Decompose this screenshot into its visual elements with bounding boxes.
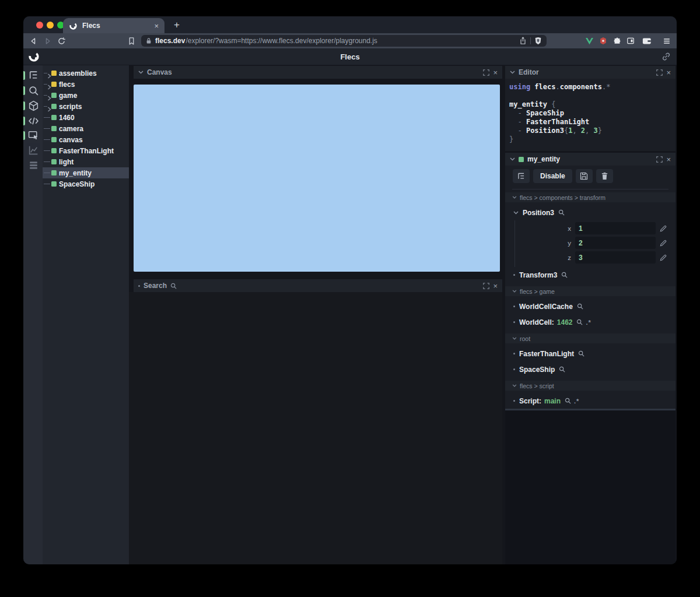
tree-item-SpaceShip[interactable]: SpaceShip xyxy=(43,178,129,189)
inspector-scrollbar[interactable] xyxy=(505,409,676,410)
tree-item-light[interactable]: light xyxy=(43,156,129,167)
share-icon[interactable] xyxy=(519,37,527,45)
activity-item-entities[interactable] xyxy=(23,99,43,113)
entity-tree-button[interactable] xyxy=(513,169,530,183)
close-icon[interactable]: × xyxy=(493,282,498,290)
bullet-icon xyxy=(513,353,515,354)
tree-item-1460[interactable]: 1460 xyxy=(43,112,129,123)
new-tab-button[interactable]: + xyxy=(170,19,183,31)
magnifier-icon[interactable] xyxy=(577,303,583,310)
app-content: assembliesflecsgamescripts1460cameracanv… xyxy=(23,65,677,564)
activity-item-search[interactable] xyxy=(23,84,43,98)
magnifier-icon[interactable] xyxy=(565,398,571,404)
browser-tab[interactable]: Flecs × xyxy=(63,18,164,33)
component-name: Script: xyxy=(519,397,541,405)
magnifier-icon[interactable] xyxy=(578,350,584,357)
activity-item-stats[interactable] xyxy=(23,143,43,157)
close-icon[interactable]: × xyxy=(666,69,671,76)
activity-item-tree[interactable] xyxy=(23,69,43,83)
expand-icon[interactable] xyxy=(656,69,663,76)
app-header: Flecs xyxy=(23,48,677,65)
field-input[interactable]: 3 xyxy=(575,251,656,264)
vue-devtools-extension-icon[interactable] xyxy=(584,36,594,46)
component-row-Script[interactable]: Script:main.* xyxy=(505,393,676,409)
extensions-puzzle-icon[interactable] xyxy=(612,36,622,46)
field-input[interactable]: 1 xyxy=(575,222,656,234)
section-header[interactable]: root xyxy=(505,333,676,343)
search-panel-header[interactable]: Search × xyxy=(134,279,502,292)
edit-pencil-icon[interactable] xyxy=(656,254,671,261)
tree-item-assemblies[interactable]: assemblies xyxy=(43,68,129,79)
disable-button[interactable]: Disable xyxy=(533,169,572,183)
browser-menu-icon[interactable] xyxy=(662,36,672,46)
code-editor[interactable]: using flecs.components.* my_entity { - S… xyxy=(509,83,671,144)
sidebar-panel-icon[interactable] xyxy=(625,36,636,46)
expand-icon[interactable] xyxy=(656,156,663,163)
active-indicator xyxy=(23,86,25,95)
editor-panel-header[interactable]: Editor × xyxy=(505,66,676,79)
tree-item-scripts[interactable]: scripts xyxy=(43,101,129,112)
tree-item-camera[interactable]: camera xyxy=(43,123,129,134)
edit-pencil-icon[interactable] xyxy=(656,225,671,232)
editor-panel-body[interactable]: using flecs.components.* my_entity { - S… xyxy=(505,79,676,151)
magnifier-icon[interactable] xyxy=(559,366,565,373)
tree-item-label: scripts xyxy=(59,103,82,111)
field-label: y xyxy=(515,240,575,247)
active-indicator xyxy=(23,131,25,140)
tree-item-label: my_entity xyxy=(59,169,92,177)
expand-icon[interactable] xyxy=(483,283,489,289)
window-close-button[interactable] xyxy=(36,22,43,29)
section-header[interactable]: flecs > script xyxy=(505,381,676,391)
reload-icon[interactable] xyxy=(56,36,66,46)
tree-item-game[interactable]: game xyxy=(43,90,129,101)
brave-shield-icon[interactable] xyxy=(534,37,542,45)
forward-icon[interactable] xyxy=(42,36,52,46)
canvas-viewport[interactable] xyxy=(134,85,500,272)
activity-item-canvas[interactable] xyxy=(23,129,43,143)
tree-item-flecs[interactable]: flecs xyxy=(43,79,129,90)
component-row-WorldCellCache[interactable]: WorldCellCache xyxy=(505,298,676,314)
delete-button[interactable] xyxy=(596,169,613,183)
red-extension-icon[interactable] xyxy=(598,36,608,46)
section-header[interactable]: flecs > components > transform xyxy=(505,192,676,202)
divider xyxy=(512,189,668,189)
canvas-panel-header[interactable]: Canvas × xyxy=(134,66,502,79)
field-input[interactable]: 2 xyxy=(575,237,656,249)
inspector-panel-header[interactable]: my_entity × xyxy=(505,153,676,166)
component-value: 1462 xyxy=(557,318,573,326)
component-row-Position3[interactable]: Position3 xyxy=(505,205,676,220)
save-button[interactable] xyxy=(576,169,593,183)
bookmark-icon[interactable] xyxy=(126,36,136,46)
expand-icon[interactable] xyxy=(483,69,489,76)
tree-item-canvas[interactable]: canvas xyxy=(43,134,129,145)
bullet-icon xyxy=(138,285,140,287)
browser-tab-bar: Flecs × + xyxy=(23,16,677,33)
activity-item-tables[interactable] xyxy=(23,159,43,173)
activity-item-code[interactable] xyxy=(23,114,43,128)
magnifier-icon[interactable] xyxy=(170,283,177,289)
tab-close-icon[interactable]: × xyxy=(154,22,159,30)
url-bar[interactable]: flecs.dev /explorer/?wasm=https://www.fl… xyxy=(141,35,547,47)
component-row-WorldCell[interactable]: WorldCell:1462.* xyxy=(505,314,676,330)
component-row-FasterThanLight[interactable]: FasterThanLight xyxy=(505,346,676,361)
section-items: Position3x1y2z3Transform3 xyxy=(505,202,676,286)
close-icon[interactable]: × xyxy=(493,69,498,76)
component-row-SpaceShip[interactable]: SpaceShip xyxy=(505,361,676,377)
tree-item-FasterThanLight[interactable]: FasterThanLight xyxy=(43,145,129,156)
magnifier-icon[interactable] xyxy=(558,209,565,216)
section-header[interactable]: flecs > game xyxy=(505,286,676,296)
magnifier-icon[interactable] xyxy=(576,319,583,325)
share-link-icon[interactable] xyxy=(662,52,671,64)
close-icon[interactable]: × xyxy=(666,156,671,163)
magnifier-icon[interactable] xyxy=(561,272,568,278)
active-indicator xyxy=(23,117,25,125)
entity-color-square xyxy=(51,126,57,131)
window-minimize-button[interactable] xyxy=(47,22,54,29)
wallet-icon[interactable] xyxy=(642,36,652,46)
component-row-Transform3[interactable]: Transform3 xyxy=(505,267,676,283)
edit-pencil-icon[interactable] xyxy=(656,240,671,247)
entity-color-square xyxy=(51,82,57,87)
code-line: - FasterThanLight xyxy=(509,118,671,127)
tree-item-my_entity[interactable]: my_entity xyxy=(43,167,129,178)
back-icon[interactable] xyxy=(28,36,38,46)
